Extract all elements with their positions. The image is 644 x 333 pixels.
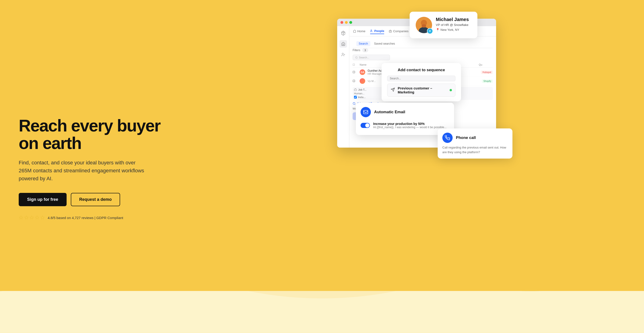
step-preview: Hi {{first_name}}, I was wondering — wou… [373, 126, 446, 129]
nav-home-label: Home [357, 29, 366, 33]
nav-companies-label: Companies [393, 29, 408, 33]
star-1: ★ [19, 215, 23, 221]
sequence-item[interactable]: Previous customer – Marketing [387, 84, 456, 97]
nav-home[interactable]: Home [353, 28, 366, 34]
phone-card-header: Phone call [442, 133, 508, 143]
sequence-active-dot [450, 89, 452, 91]
row-avatar-1: GA [360, 69, 365, 75]
step-title: Increase your production by 50% [373, 122, 446, 126]
hero-title: Reach every buyer on earth [19, 117, 321, 152]
page-wrapper: Reach every buyer on earth Find, contact… [0, 0, 644, 333]
star-4: ★ [35, 215, 40, 221]
star-2: ★ [24, 215, 29, 221]
expand-dot [349, 21, 352, 24]
ui-container: Home People Companies [335, 5, 639, 328]
nav-people-label: People [374, 29, 384, 33]
profile-name: Michael James [436, 17, 469, 22]
filter-count: 3 [362, 48, 368, 52]
hero-right: Home People Companies [335, 0, 644, 333]
cta-buttons: Sign up for free Request a demo [19, 193, 321, 206]
phone-card-title: Phone call [456, 135, 476, 140]
demo-button[interactable]: Request a demo [71, 193, 120, 206]
svg-point-0 [342, 53, 343, 54]
tab-search[interactable]: Search [356, 41, 370, 46]
svg-point-9 [353, 102, 355, 104]
rating-text: 4.8/5 based on 4,727 reviews | GDPR Comp… [48, 216, 123, 220]
star-3: ★ [30, 215, 34, 221]
search-placeholder: Search... [359, 56, 369, 59]
svg-point-14 [422, 24, 426, 27]
svg-point-7 [356, 56, 357, 58]
phone-icon [442, 133, 452, 143]
tab-saved-searches[interactable]: Saved searches [372, 41, 398, 46]
sidebar-logo-icon[interactable] [340, 29, 347, 37]
profile-card: ❄ Michael James VP of HR @ Snowflake 📍 N… [410, 12, 478, 38]
svg-rect-15 [364, 110, 368, 114]
search-row: Search... [352, 55, 493, 60]
signup-button[interactable]: Sign up for free [19, 193, 66, 206]
sidebar-home-icon[interactable] [340, 40, 347, 48]
hero-subtitle: Find, contact, and close your ideal buye… [19, 159, 150, 183]
profile-info: Michael James VP of HR @ Snowflake 📍 New… [436, 17, 469, 31]
th-extra: Qu [479, 63, 493, 66]
company-tag-2: Shopify [482, 79, 493, 83]
nav-people[interactable]: People [370, 28, 384, 34]
include-label: Inclu... [358, 96, 366, 98]
phone-card: Phone call Call regarding the previous e… [438, 128, 512, 159]
social-proof: ★ ★ ★ ★ ★ 4.8/5 based on 4,727 reviews |… [19, 215, 321, 221]
sidebar-people-icon[interactable] [340, 51, 347, 58]
email-step-content: Increase your production by 50% Hi {{fir… [373, 122, 446, 129]
row-checkbox[interactable]: ☐ [352, 70, 357, 74]
app-tabs: Search Saved searches [352, 39, 493, 48]
include-checkbox[interactable] [354, 96, 357, 98]
email-icon [360, 107, 371, 117]
location-text: New York, NY [440, 28, 459, 31]
toggle-knob [365, 123, 370, 127]
row-avatar-2 [360, 78, 365, 84]
row-checkbox-2[interactable]: ☐ [352, 79, 357, 83]
star-5: ★ [40, 215, 45, 221]
close-dot [340, 21, 343, 24]
search-box[interactable]: Search... [352, 55, 390, 60]
email-card-header: Automatic Email [360, 107, 449, 117]
location-pin-icon: 📍 [436, 28, 440, 31]
filter-row: Filters 3 [352, 48, 493, 52]
svg-rect-2 [389, 30, 392, 32]
profile-location: 📍 New York, NY [436, 28, 469, 31]
snowflake-badge: ❄ [427, 28, 433, 34]
svg-point-1 [371, 30, 372, 31]
th-checkbox: ☐ [352, 63, 357, 66]
app-sidebar [337, 26, 349, 148]
hero-left: Reach every buyer on earth Find, contact… [0, 0, 335, 333]
filter-label: Filters [352, 48, 360, 52]
company-tag-1: Hubspot [481, 70, 493, 74]
sequence-name: Previous customer – Marketing [398, 86, 447, 94]
job-title-filter-label: Job T... [358, 88, 366, 91]
email-toggle[interactable] [360, 123, 370, 128]
svg-rect-8 [354, 89, 356, 91]
star-rating: ★ ★ ★ ★ ★ [19, 215, 45, 221]
sequence-send-icon [391, 88, 395, 93]
profile-avatar-wrapper: ❄ [416, 17, 432, 33]
sequence-search-input[interactable] [387, 76, 456, 81]
minimize-dot [345, 21, 348, 24]
sequence-card-title: Add contact to sequence [387, 68, 456, 72]
sequence-card: Add contact to sequence Previous custome… [382, 63, 461, 101]
email-card-title: Automatic Email [374, 110, 405, 114]
phone-description: Call regarding the previous email sent o… [442, 145, 508, 154]
profile-title: VP of HR @ Snowflake [436, 23, 469, 27]
nav-companies[interactable]: Companies [389, 28, 408, 34]
email-step: Increase your production by 50% Hi {{fir… [360, 120, 449, 131]
